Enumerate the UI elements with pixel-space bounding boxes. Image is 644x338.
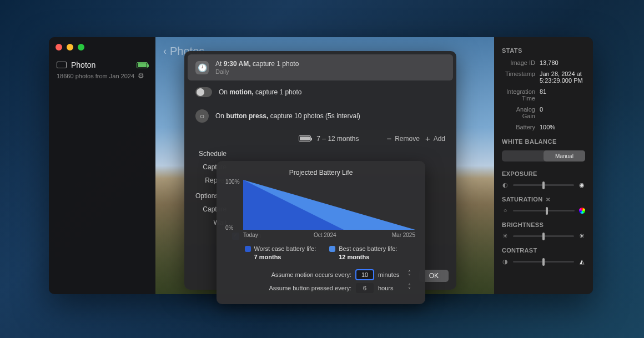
- stat-row: Analog Gain0: [502, 106, 585, 119]
- stat-row: Integration Time81: [502, 88, 585, 102]
- sidebar: Photon 18660 photos from Jan 2024 ⚙: [49, 37, 155, 294]
- stat-value: 0: [540, 106, 585, 119]
- contrast-slider[interactable]: ◑ ◭: [502, 258, 585, 265]
- trigger-button[interactable]: ○ On button press, capture 10 photos (5s…: [188, 104, 453, 128]
- exposure-high-icon: ◉: [578, 181, 585, 188]
- stepper-icon[interactable]: ˄˅: [408, 271, 411, 278]
- close-icon[interactable]: [56, 44, 62, 51]
- saturation-slider[interactable]: ○: [502, 207, 585, 214]
- exposure-title: EXPOSURE: [502, 170, 585, 177]
- reset-icon[interactable]: ✕: [546, 196, 550, 203]
- add-button[interactable]: +Add: [425, 134, 445, 143]
- saturation-high-icon: [579, 208, 585, 214]
- battery-icon: [299, 135, 311, 142]
- battery-icon: [137, 62, 148, 68]
- motion-toggle[interactable]: [195, 87, 212, 97]
- trigger-motion[interactable]: On motion, capture 1 photo: [188, 82, 453, 103]
- traffic-lights: [56, 44, 84, 51]
- plus-icon: +: [425, 134, 430, 143]
- brightness-low-icon: ☀: [502, 233, 509, 239]
- motion-interval-input[interactable]: [356, 270, 374, 280]
- contrast-title: CONTRAST: [502, 247, 585, 254]
- stat-label: Analog Gain: [502, 106, 535, 119]
- wb-manual[interactable]: Manual: [544, 150, 585, 162]
- button-icon: ○: [195, 109, 209, 123]
- device-row[interactable]: Photon: [57, 60, 148, 69]
- battery-row: 7 – 12 months −Remove +Add: [188, 129, 453, 148]
- legend-swatch-icon: [245, 246, 251, 252]
- legend-worst: Worst case battery life:7 months: [245, 245, 316, 262]
- popover-title: Projected Battery Life: [227, 169, 415, 176]
- remove-button[interactable]: −Remove: [386, 134, 419, 143]
- options-label: Options: [195, 192, 218, 200]
- saturation-low-icon: ○: [502, 207, 509, 214]
- exposure-slider[interactable]: ◐ ◉: [502, 181, 585, 188]
- chart-x-axis: Today Oct 2024 Mar 2025: [243, 232, 415, 238]
- stat-value: 81: [540, 88, 585, 102]
- maximize-icon[interactable]: [78, 44, 84, 51]
- saturation-title: SATURATION: [502, 196, 542, 203]
- stat-label: Timestamp: [502, 70, 535, 84]
- battery-range[interactable]: 7 – 12 months: [316, 135, 359, 143]
- contrast-high-icon: ◭: [578, 258, 585, 265]
- contrast-low-icon: ◑: [502, 258, 509, 265]
- stat-label: Battery: [502, 124, 535, 130]
- device-subtitle: 18660 photos from Jan 2024: [57, 73, 134, 79]
- white-balance-title: WHITE BALANCE: [502, 138, 585, 145]
- clock-icon: 🕘: [195, 61, 209, 74]
- stat-row: Battery100%: [502, 124, 585, 130]
- wb-auto[interactable]: [502, 150, 544, 162]
- brightness-slider[interactable]: ☀ ☀: [502, 233, 585, 239]
- button-interval-input[interactable]: [356, 283, 374, 293]
- camera-icon: [57, 62, 67, 68]
- legend-best: Best case battery life:12 months: [329, 245, 397, 262]
- brightness-title: BRIGHTNESS: [502, 221, 585, 228]
- gear-icon[interactable]: ⚙: [138, 72, 144, 80]
- assume-button-row: Assume button pressed every: hours ˄˅: [227, 283, 415, 293]
- stats-title: STATS: [502, 47, 585, 54]
- stat-value: 100%: [540, 124, 585, 130]
- brightness-high-icon: ☀: [578, 233, 585, 239]
- stepper-icon[interactable]: ˄˅: [408, 285, 411, 291]
- assume-motion-row: Assume motion occurs every: minutes ˄˅: [227, 270, 415, 280]
- device-name: Photon: [71, 60, 132, 69]
- stat-value: 13,780: [540, 59, 585, 66]
- stat-row: TimestampJan 28, 2024 at 5:23:29.000 PM: [502, 70, 585, 84]
- minus-icon: −: [386, 134, 391, 143]
- trigger-time[interactable]: 🕘 At 9:30 AM, capture 1 photo Daily: [188, 54, 453, 80]
- chart-legend: Worst case battery life:7 months Best ca…: [227, 245, 415, 262]
- white-balance-toggle[interactable]: Manual: [502, 150, 585, 162]
- legend-swatch-icon: [329, 246, 335, 252]
- stat-label: Integration Time: [502, 88, 535, 102]
- device-subtitle-row: 18660 photos from Jan 2024 ⚙: [57, 72, 148, 80]
- battery-chart: 100% 0%: [243, 180, 415, 230]
- stat-label: Image ID: [502, 59, 535, 66]
- schedule-label: Schedule: [195, 150, 227, 158]
- back-chevron-icon[interactable]: ‹: [163, 46, 167, 57]
- minimize-icon[interactable]: [67, 44, 73, 51]
- stats-panel: STATS Image ID13,780TimestampJan 28, 202…: [494, 37, 593, 294]
- stat-row: Image ID13,780: [502, 59, 585, 66]
- battery-popover: Projected Battery Life 100% 0% Today Oct…: [217, 161, 425, 304]
- stat-value: Jan 28, 2024 at 5:23:29.000 PM: [540, 70, 585, 84]
- exposure-low-icon: ◐: [502, 181, 509, 188]
